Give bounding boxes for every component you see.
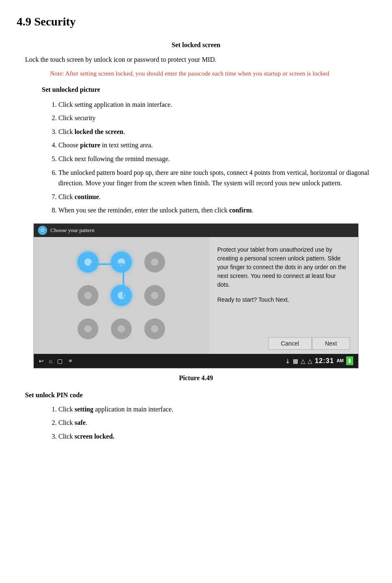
set-locked-screen-note: Note: After setting screen locked, you s…: [50, 68, 375, 78]
step-1: Click setting application in main interf…: [58, 99, 375, 110]
step-2: Click security: [58, 113, 375, 124]
status-ampm: AM: [337, 357, 344, 365]
picture-container: ⊙ Choose your pattern: [33, 223, 359, 368]
dot-6: [144, 285, 165, 306]
step-5: Click next following the remind message.: [58, 154, 375, 164]
picture-right: Protect your tablet from unauthorized us…: [209, 237, 358, 354]
set-unlock-pin-steps: Click setting application in main interf…: [58, 404, 375, 442]
cancel-button[interactable]: Cancel: [268, 337, 312, 350]
dot-4: [78, 285, 98, 306]
statusbar-right: ⤓ ▦ △ △ 12:31 AM ▮: [285, 356, 353, 366]
battery-icon: ▮: [346, 356, 353, 365]
set-locked-screen-body: Lock the touch screen by unlock icon or …: [25, 54, 375, 65]
statusbar: ↩ ⌂ ▢ ⧧ ⤓ ▦ △ △ 12:31 AM ▮: [34, 354, 358, 368]
status-time: 12:31: [315, 356, 334, 366]
dot-9: [144, 318, 165, 339]
pin-step-3: Click screen locked.: [58, 431, 375, 442]
picture-left: [34, 237, 209, 354]
step-8: When you see the reminder, enter the unl…: [58, 205, 375, 216]
picture-right-text: Protect your tablet from unauthorized us…: [217, 245, 350, 289]
dot-8: [111, 318, 132, 339]
dot-3: [144, 252, 165, 273]
picture-right-ready: Ready to start? Touch Next.: [217, 295, 350, 304]
pattern-icon: ⊙: [38, 226, 47, 235]
dot-7: [78, 318, 98, 339]
set-unlock-pin-heading: Set unlock PIN code: [25, 390, 375, 401]
dot-2: [111, 252, 132, 273]
picture-header: ⊙ Choose your pattern: [34, 224, 358, 237]
picture-body: Protect your tablet from unauthorized us…: [34, 237, 358, 354]
next-button[interactable]: Next: [312, 337, 350, 350]
dot-1: [78, 252, 98, 273]
picture-caption: Picture 4.49: [17, 373, 375, 384]
picture-header-label: Choose your pattern: [50, 226, 94, 235]
set-unlocked-picture-heading: Set unlocked picture: [42, 84, 375, 95]
set-unlocked-picture-steps: Click setting application in main interf…: [58, 99, 375, 216]
warning-icon: △: [301, 356, 305, 366]
home-icon: ⌂: [49, 356, 52, 366]
pin-step-2: Click safe.: [58, 417, 375, 428]
dot-5: [111, 285, 132, 306]
step-4: Choose picture in text setting area.: [58, 140, 375, 151]
notif-icon: ▦: [293, 356, 298, 366]
picture-buttons: Cancel Next: [217, 337, 350, 350]
step-7: Click continue.: [58, 192, 375, 202]
pin-step-1: Click setting application in main interf…: [58, 404, 375, 415]
usb-icon: ⤓: [285, 356, 290, 366]
warning2-icon: △: [308, 356, 312, 366]
dot-grid: [73, 247, 169, 343]
dot-grid-wrapper: [73, 247, 169, 343]
back-icon: ↩: [39, 356, 44, 366]
recent-icon: ▢: [57, 356, 63, 366]
page-title: 4.9 Security: [17, 13, 375, 31]
step-6: The unlocked pattern board pop up, there…: [58, 167, 375, 189]
set-locked-screen-heading: Set locked screen: [17, 40, 375, 50]
menu-icon: ⧧: [68, 356, 73, 366]
step-3: Click locked the screen.: [58, 126, 375, 137]
statusbar-left: ↩ ⌂ ▢ ⧧: [39, 356, 73, 366]
